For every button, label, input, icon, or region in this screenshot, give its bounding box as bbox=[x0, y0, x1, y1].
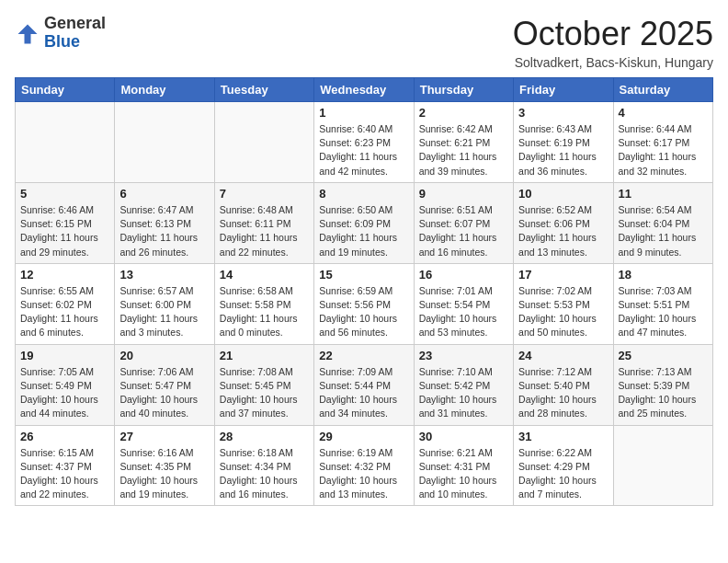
svg-marker-0 bbox=[18, 24, 38, 43]
day-number: 27 bbox=[119, 430, 209, 443]
day-info: Sunrise: 6:48 AM Sunset: 6:11 PM Dayligh… bbox=[220, 203, 309, 259]
day-number: 20 bbox=[119, 349, 209, 362]
day-number: 19 bbox=[20, 349, 109, 362]
calendar-cell: 16Sunrise: 7:01 AM Sunset: 5:54 PM Dayli… bbox=[414, 263, 513, 344]
day-info: Sunrise: 6:51 AM Sunset: 6:07 PM Dayligh… bbox=[419, 203, 508, 259]
weekday-header-friday: Friday bbox=[514, 78, 613, 102]
calendar-cell: 21Sunrise: 7:08 AM Sunset: 5:45 PM Dayli… bbox=[214, 344, 313, 425]
day-info: Sunrise: 6:52 AM Sunset: 6:06 PM Dayligh… bbox=[518, 203, 608, 259]
day-number: 18 bbox=[619, 268, 708, 282]
logo: General Blue bbox=[15, 15, 106, 52]
day-number: 23 bbox=[419, 349, 508, 362]
weekday-header-wednesday: Wednesday bbox=[314, 78, 414, 102]
day-number: 6 bbox=[119, 187, 209, 201]
month-title: October 2025 bbox=[513, 15, 713, 53]
calendar-cell: 18Sunrise: 7:03 AM Sunset: 5:51 PM Dayli… bbox=[613, 263, 712, 344]
day-number: 4 bbox=[619, 106, 708, 120]
day-info: Sunrise: 7:05 AM Sunset: 5:49 PM Dayligh… bbox=[20, 365, 109, 421]
day-number: 30 bbox=[419, 430, 508, 443]
calendar-week-3: 12Sunrise: 6:55 AM Sunset: 6:02 PM Dayli… bbox=[16, 263, 713, 344]
calendar-cell: 2Sunrise: 6:42 AM Sunset: 6:21 PM Daylig… bbox=[414, 102, 513, 183]
calendar-cell: 5Sunrise: 6:46 AM Sunset: 6:15 PM Daylig… bbox=[16, 182, 115, 263]
calendar-cell bbox=[16, 102, 115, 183]
day-info: Sunrise: 7:13 AM Sunset: 5:39 PM Dayligh… bbox=[619, 365, 708, 421]
day-info: Sunrise: 7:01 AM Sunset: 5:54 PM Dayligh… bbox=[419, 284, 508, 340]
day-info: Sunrise: 7:10 AM Sunset: 5:42 PM Dayligh… bbox=[419, 365, 508, 421]
calendar-cell bbox=[115, 102, 214, 183]
calendar-cell: 25Sunrise: 7:13 AM Sunset: 5:39 PM Dayli… bbox=[613, 344, 712, 425]
calendar-table: SundayMondayTuesdayWednesdayThursdayFrid… bbox=[15, 77, 713, 506]
day-info: Sunrise: 7:02 AM Sunset: 5:53 PM Dayligh… bbox=[518, 284, 608, 340]
day-number: 29 bbox=[319, 430, 408, 443]
day-number: 10 bbox=[518, 187, 608, 201]
day-info: Sunrise: 6:55 AM Sunset: 6:02 PM Dayligh… bbox=[20, 284, 109, 340]
calendar-cell: 31Sunrise: 6:22 AM Sunset: 4:29 PM Dayli… bbox=[514, 425, 613, 506]
day-info: Sunrise: 6:57 AM Sunset: 6:00 PM Dayligh… bbox=[119, 284, 209, 340]
title-block: October 2025 Soltvadkert, Bacs-Kiskun, H… bbox=[513, 15, 713, 70]
day-info: Sunrise: 6:18 AM Sunset: 4:34 PM Dayligh… bbox=[220, 446, 309, 502]
day-info: Sunrise: 7:03 AM Sunset: 5:51 PM Dayligh… bbox=[619, 284, 708, 340]
weekday-header-saturday: Saturday bbox=[613, 78, 712, 102]
logo-blue: Blue bbox=[44, 33, 106, 52]
day-info: Sunrise: 7:06 AM Sunset: 5:47 PM Dayligh… bbox=[119, 365, 209, 421]
day-number: 11 bbox=[619, 187, 708, 201]
calendar-cell bbox=[613, 425, 712, 506]
day-number: 7 bbox=[220, 187, 309, 201]
location: Soltvadkert, Bacs-Kiskun, Hungary bbox=[513, 55, 713, 70]
day-number: 24 bbox=[518, 349, 608, 362]
calendar-cell: 19Sunrise: 7:05 AM Sunset: 5:49 PM Dayli… bbox=[16, 344, 115, 425]
day-number: 13 bbox=[119, 268, 209, 282]
logo-text: General Blue bbox=[44, 15, 106, 52]
calendar-cell: 7Sunrise: 6:48 AM Sunset: 6:11 PM Daylig… bbox=[214, 182, 313, 263]
day-number: 14 bbox=[220, 268, 309, 282]
day-number: 5 bbox=[20, 187, 109, 201]
weekday-header-row: SundayMondayTuesdayWednesdayThursdayFrid… bbox=[16, 78, 713, 102]
day-info: Sunrise: 6:46 AM Sunset: 6:15 PM Dayligh… bbox=[20, 203, 109, 259]
calendar-cell: 9Sunrise: 6:51 AM Sunset: 6:07 PM Daylig… bbox=[414, 182, 513, 263]
calendar-cell: 12Sunrise: 6:55 AM Sunset: 6:02 PM Dayli… bbox=[16, 263, 115, 344]
day-info: Sunrise: 6:54 AM Sunset: 6:04 PM Dayligh… bbox=[619, 203, 708, 259]
day-number: 8 bbox=[319, 187, 408, 201]
day-number: 21 bbox=[220, 349, 309, 362]
calendar-cell: 27Sunrise: 6:16 AM Sunset: 4:35 PM Dayli… bbox=[115, 425, 214, 506]
day-number: 26 bbox=[20, 430, 109, 443]
day-number: 22 bbox=[319, 349, 408, 362]
calendar-cell: 23Sunrise: 7:10 AM Sunset: 5:42 PM Dayli… bbox=[414, 344, 513, 425]
day-info: Sunrise: 6:15 AM Sunset: 4:37 PM Dayligh… bbox=[20, 446, 109, 502]
weekday-header-tuesday: Tuesday bbox=[214, 78, 313, 102]
calendar-cell: 26Sunrise: 6:15 AM Sunset: 4:37 PM Dayli… bbox=[16, 425, 115, 506]
day-info: Sunrise: 6:43 AM Sunset: 6:19 PM Dayligh… bbox=[518, 122, 608, 178]
calendar-cell: 30Sunrise: 6:21 AM Sunset: 4:31 PM Dayli… bbox=[414, 425, 513, 506]
calendar-week-2: 5Sunrise: 6:46 AM Sunset: 6:15 PM Daylig… bbox=[16, 182, 713, 263]
calendar-cell: 24Sunrise: 7:12 AM Sunset: 5:40 PM Dayli… bbox=[514, 344, 613, 425]
calendar-cell: 20Sunrise: 7:06 AM Sunset: 5:47 PM Dayli… bbox=[115, 344, 214, 425]
weekday-header-sunday: Sunday bbox=[16, 78, 115, 102]
page-header: General Blue October 2025 Soltvadkert, B… bbox=[15, 15, 713, 70]
day-info: Sunrise: 6:16 AM Sunset: 4:35 PM Dayligh… bbox=[119, 446, 209, 502]
calendar-cell: 29Sunrise: 6:19 AM Sunset: 4:32 PM Dayli… bbox=[314, 425, 414, 506]
day-number: 28 bbox=[220, 430, 309, 443]
calendar-cell: 4Sunrise: 6:44 AM Sunset: 6:17 PM Daylig… bbox=[613, 102, 712, 183]
calendar-cell: 14Sunrise: 6:58 AM Sunset: 5:58 PM Dayli… bbox=[214, 263, 313, 344]
calendar-cell: 10Sunrise: 6:52 AM Sunset: 6:06 PM Dayli… bbox=[514, 182, 613, 263]
day-number: 17 bbox=[518, 268, 608, 282]
weekday-header-thursday: Thursday bbox=[414, 78, 513, 102]
calendar-cell: 13Sunrise: 6:57 AM Sunset: 6:00 PM Dayli… bbox=[115, 263, 214, 344]
calendar-cell: 1Sunrise: 6:40 AM Sunset: 6:23 PM Daylig… bbox=[314, 102, 414, 183]
calendar-cell bbox=[214, 102, 313, 183]
weekday-header-monday: Monday bbox=[115, 78, 214, 102]
calendar-cell: 6Sunrise: 6:47 AM Sunset: 6:13 PM Daylig… bbox=[115, 182, 214, 263]
day-number: 16 bbox=[419, 268, 508, 282]
day-number: 31 bbox=[518, 430, 608, 443]
calendar-cell: 15Sunrise: 6:59 AM Sunset: 5:56 PM Dayli… bbox=[314, 263, 414, 344]
day-info: Sunrise: 6:44 AM Sunset: 6:17 PM Dayligh… bbox=[619, 122, 708, 178]
day-info: Sunrise: 6:40 AM Sunset: 6:23 PM Dayligh… bbox=[319, 122, 408, 178]
logo-general: General bbox=[44, 15, 106, 33]
day-number: 9 bbox=[419, 187, 508, 201]
day-info: Sunrise: 6:22 AM Sunset: 4:29 PM Dayligh… bbox=[518, 446, 608, 502]
day-number: 25 bbox=[619, 349, 708, 362]
day-number: 12 bbox=[20, 268, 109, 282]
calendar-cell: 3Sunrise: 6:43 AM Sunset: 6:19 PM Daylig… bbox=[514, 102, 613, 183]
day-info: Sunrise: 6:47 AM Sunset: 6:13 PM Dayligh… bbox=[119, 203, 209, 259]
calendar-cell: 11Sunrise: 6:54 AM Sunset: 6:04 PM Dayli… bbox=[613, 182, 712, 263]
